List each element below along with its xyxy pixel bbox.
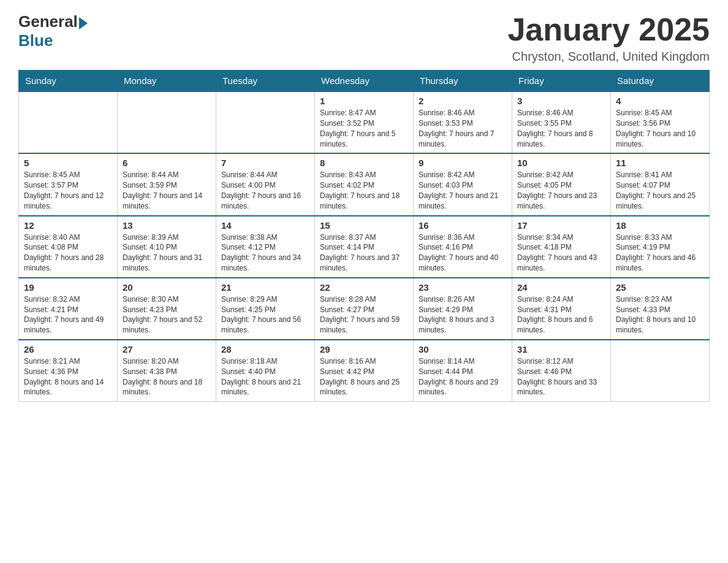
day-number: 22 (320, 282, 408, 293)
calendar-cell: 17Sunrise: 8:34 AMSunset: 4:18 PMDayligh… (512, 216, 611, 278)
calendar-cell (118, 91, 216, 153)
day-number: 24 (517, 282, 605, 293)
calendar-day-header: Friday (512, 71, 611, 92)
day-info: Sunrise: 8:32 AMSunset: 4:21 PMDaylight:… (24, 294, 112, 335)
day-info: Sunrise: 8:16 AMSunset: 4:42 PMDaylight:… (320, 356, 408, 397)
day-info: Sunrise: 8:30 AMSunset: 4:23 PMDaylight:… (123, 294, 211, 335)
calendar-cell: 19Sunrise: 8:32 AMSunset: 4:21 PMDayligh… (19, 278, 118, 340)
calendar-cell: 9Sunrise: 8:42 AMSunset: 4:03 PMDaylight… (414, 153, 512, 215)
calendar-cell: 10Sunrise: 8:42 AMSunset: 4:05 PMDayligh… (512, 153, 611, 215)
calendar-day-header: Monday (118, 71, 216, 92)
day-info: Sunrise: 8:38 AMSunset: 4:12 PMDaylight:… (221, 232, 309, 274)
day-info: Sunrise: 8:24 AMSunset: 4:31 PMDaylight:… (517, 294, 605, 335)
calendar-week-row: 12Sunrise: 8:40 AMSunset: 4:08 PMDayligh… (19, 216, 710, 278)
day-info: Sunrise: 8:14 AMSunset: 4:44 PMDaylight:… (419, 356, 507, 397)
page-subtitle: Chryston, Scotland, United Kingdom (507, 50, 710, 64)
day-info: Sunrise: 8:47 AMSunset: 3:52 PMDaylight:… (320, 108, 408, 149)
day-info: Sunrise: 8:43 AMSunset: 4:02 PMDaylight:… (320, 170, 408, 211)
day-number: 30 (419, 344, 507, 354)
calendar-cell: 2Sunrise: 8:46 AMSunset: 3:53 PMDaylight… (414, 91, 512, 153)
day-number: 6 (123, 158, 211, 168)
calendar-cell: 18Sunrise: 8:33 AMSunset: 4:19 PMDayligh… (611, 216, 710, 278)
day-number: 1 (320, 96, 408, 106)
day-number: 10 (517, 158, 605, 168)
day-number: 12 (24, 220, 112, 231)
logo: General Blue (18, 12, 88, 50)
calendar-cell: 29Sunrise: 8:16 AMSunset: 4:42 PMDayligh… (315, 340, 414, 402)
day-number: 11 (616, 158, 704, 168)
day-info: Sunrise: 8:28 AMSunset: 4:27 PMDaylight:… (320, 294, 408, 335)
day-number: 18 (616, 220, 704, 231)
calendar-week-row: 26Sunrise: 8:21 AMSunset: 4:36 PMDayligh… (19, 340, 710, 402)
day-info: Sunrise: 8:39 AMSunset: 4:10 PMDaylight:… (123, 232, 211, 274)
day-info: Sunrise: 8:36 AMSunset: 4:16 PMDaylight:… (419, 232, 507, 274)
logo-arrow-icon (79, 17, 88, 29)
calendar-cell: 6Sunrise: 8:44 AMSunset: 3:59 PMDaylight… (118, 153, 216, 215)
calendar-cell: 21Sunrise: 8:29 AMSunset: 4:25 PMDayligh… (216, 278, 315, 340)
calendar-day-header: Saturday (611, 71, 710, 92)
calendar-week-row: 19Sunrise: 8:32 AMSunset: 4:21 PMDayligh… (19, 278, 710, 340)
day-info: Sunrise: 8:40 AMSunset: 4:08 PMDaylight:… (24, 232, 112, 274)
day-info: Sunrise: 8:46 AMSunset: 3:55 PMDaylight:… (517, 108, 605, 149)
day-number: 9 (419, 158, 507, 168)
day-info: Sunrise: 8:44 AMSunset: 4:00 PMDaylight:… (221, 170, 309, 211)
calendar-cell: 3Sunrise: 8:46 AMSunset: 3:55 PMDaylight… (512, 91, 611, 153)
calendar-cell (611, 340, 710, 402)
day-info: Sunrise: 8:12 AMSunset: 4:46 PMDaylight:… (517, 356, 605, 397)
calendar-cell: 27Sunrise: 8:20 AMSunset: 4:38 PMDayligh… (118, 340, 216, 402)
calendar-day-header: Thursday (414, 71, 512, 92)
calendar-cell: 30Sunrise: 8:14 AMSunset: 4:44 PMDayligh… (414, 340, 512, 402)
calendar-week-row: 5Sunrise: 8:45 AMSunset: 3:57 PMDaylight… (19, 153, 710, 215)
day-info: Sunrise: 8:37 AMSunset: 4:14 PMDaylight:… (320, 232, 408, 274)
calendar-cell (19, 91, 118, 153)
day-number: 31 (517, 344, 605, 354)
calendar-cell: 28Sunrise: 8:18 AMSunset: 4:40 PMDayligh… (216, 340, 315, 402)
day-number: 8 (320, 158, 408, 168)
calendar-cell: 20Sunrise: 8:30 AMSunset: 4:23 PMDayligh… (118, 278, 216, 340)
calendar-cell: 31Sunrise: 8:12 AMSunset: 4:46 PMDayligh… (512, 340, 611, 402)
calendar-cell: 14Sunrise: 8:38 AMSunset: 4:12 PMDayligh… (216, 216, 315, 278)
day-number: 16 (419, 220, 507, 231)
calendar-day-header: Sunday (19, 71, 118, 92)
calendar-cell: 5Sunrise: 8:45 AMSunset: 3:57 PMDaylight… (19, 153, 118, 215)
day-number: 26 (24, 344, 112, 354)
day-number: 7 (221, 158, 309, 168)
day-info: Sunrise: 8:44 AMSunset: 3:59 PMDaylight:… (123, 170, 211, 211)
day-number: 17 (517, 220, 605, 231)
calendar-day-header: Tuesday (216, 71, 315, 92)
day-info: Sunrise: 8:21 AMSunset: 4:36 PMDaylight:… (24, 356, 112, 397)
day-info: Sunrise: 8:18 AMSunset: 4:40 PMDaylight:… (221, 356, 309, 397)
calendar-cell: 4Sunrise: 8:45 AMSunset: 3:56 PMDaylight… (611, 91, 710, 153)
calendar-cell: 8Sunrise: 8:43 AMSunset: 4:02 PMDaylight… (315, 153, 414, 215)
day-number: 14 (221, 220, 309, 231)
calendar-cell: 15Sunrise: 8:37 AMSunset: 4:14 PMDayligh… (315, 216, 414, 278)
day-number: 19 (24, 282, 112, 293)
day-number: 25 (616, 282, 704, 293)
page-header: General Blue January 2025 Chryston, Scot… (18, 12, 710, 64)
day-number: 21 (221, 282, 309, 293)
day-info: Sunrise: 8:20 AMSunset: 4:38 PMDaylight:… (123, 356, 211, 397)
day-number: 23 (419, 282, 507, 293)
calendar-cell: 13Sunrise: 8:39 AMSunset: 4:10 PMDayligh… (118, 216, 216, 278)
calendar-cell: 24Sunrise: 8:24 AMSunset: 4:31 PMDayligh… (512, 278, 611, 340)
day-number: 5 (24, 158, 112, 168)
calendar-cell: 7Sunrise: 8:44 AMSunset: 4:00 PMDaylight… (216, 153, 315, 215)
calendar-table: SundayMondayTuesdayWednesdayThursdayFrid… (18, 70, 710, 402)
calendar-day-header: Wednesday (315, 71, 414, 92)
calendar-cell: 22Sunrise: 8:28 AMSunset: 4:27 PMDayligh… (315, 278, 414, 340)
calendar-cell (216, 91, 315, 153)
day-info: Sunrise: 8:42 AMSunset: 4:03 PMDaylight:… (419, 170, 507, 211)
day-info: Sunrise: 8:34 AMSunset: 4:18 PMDaylight:… (517, 232, 605, 274)
calendar-cell: 23Sunrise: 8:26 AMSunset: 4:29 PMDayligh… (414, 278, 512, 340)
calendar-cell: 25Sunrise: 8:23 AMSunset: 4:33 PMDayligh… (611, 278, 710, 340)
day-number: 27 (123, 344, 211, 354)
day-number: 20 (123, 282, 211, 293)
day-number: 28 (221, 344, 309, 354)
calendar-header-row: SundayMondayTuesdayWednesdayThursdayFrid… (19, 71, 710, 92)
day-info: Sunrise: 8:29 AMSunset: 4:25 PMDaylight:… (221, 294, 309, 335)
calendar-cell: 1Sunrise: 8:47 AMSunset: 3:52 PMDaylight… (315, 91, 414, 153)
day-info: Sunrise: 8:23 AMSunset: 4:33 PMDaylight:… (616, 294, 704, 335)
logo-general-text: General (18, 12, 78, 31)
day-info: Sunrise: 8:45 AMSunset: 3:56 PMDaylight:… (616, 108, 704, 149)
day-info: Sunrise: 8:26 AMSunset: 4:29 PMDaylight:… (419, 294, 507, 335)
